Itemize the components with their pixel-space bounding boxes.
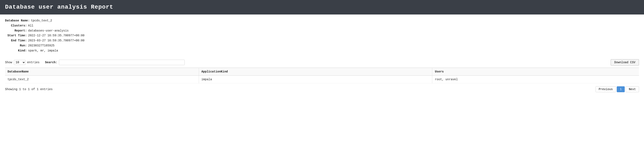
table-head: DatabaseName ApplicationKind Users: [5, 68, 639, 75]
controls-row: Show 102550100 entries Search: Download …: [0, 55, 644, 68]
page-header: Database user analysis Report: [0, 0, 644, 15]
table-wrapper: DatabaseName ApplicationKind Users tpcds…: [0, 68, 644, 83]
footer-row: Showing 1 to 1 of 1 entries Previous 1 N…: [0, 83, 644, 94]
pagination: Previous 1 Next: [596, 86, 639, 92]
col-header-applicationkind: ApplicationKind: [199, 68, 432, 75]
meta-clusters-value: All: [28, 23, 33, 28]
table-body: tpcds_text_2impalaroot, unravel: [5, 75, 639, 83]
table-row: tpcds_text_2impalaroot, unravel: [5, 75, 639, 83]
meta-clusters: Clusters: All: [5, 23, 639, 28]
meta-kind-value: spark, mr, impala: [28, 48, 58, 53]
meta-run: Run: 20230327T165925: [5, 43, 639, 48]
page-1-button[interactable]: 1: [617, 86, 625, 92]
meta-kind-label: Kind:: [5, 48, 28, 53]
controls-left: Show 102550100 entries Search:: [5, 60, 185, 65]
meta-clusters-label: Clusters:: [5, 23, 28, 28]
search-input[interactable]: [59, 60, 185, 65]
col-header-users: Users: [432, 68, 639, 75]
meta-kind: Kind: spark, mr, impala: [5, 48, 639, 53]
meta-run-value: 20230327T165925: [28, 43, 54, 48]
entries-select[interactable]: 102550100: [14, 60, 26, 65]
meta-end-time-value: 2023-03-27 16:59:35.700977+00:00: [28, 38, 84, 43]
page-title: Database user analysis Report: [5, 4, 639, 10]
meta-report-value: databases-user-analysis: [28, 28, 68, 33]
table-cell-applicationkind: impala: [199, 75, 432, 83]
entries-label: entries: [27, 61, 40, 64]
table-cell-databasename: tpcds_text_2: [5, 75, 199, 83]
table-cell-users: root, unravel: [432, 75, 639, 83]
table-header-row: DatabaseName ApplicationKind Users: [5, 68, 639, 75]
meta-database-name-value: tpcds_text_2: [31, 18, 52, 23]
meta-start-time: Start Time: 2022-12-27 16:59:35.700977+0…: [5, 33, 639, 38]
meta-end-time: End Time: 2023-03-27 16:59:35.700977+00:…: [5, 38, 639, 43]
meta-end-time-label: End Time:: [5, 38, 28, 43]
download-csv-button[interactable]: Download CSV: [611, 59, 639, 66]
show-label: Show: [5, 61, 12, 64]
col-header-databasename: DatabaseName: [5, 68, 199, 75]
controls-right: Download CSV: [611, 59, 639, 66]
meta-start-time-label: Start Time:: [5, 33, 28, 38]
data-table: DatabaseName ApplicationKind Users tpcds…: [5, 68, 639, 83]
previous-button[interactable]: Previous: [596, 86, 616, 92]
meta-section: Database Name: tpcds_text_2 Clusters: Al…: [0, 15, 644, 55]
next-button[interactable]: Next: [626, 86, 639, 92]
meta-database-name-label: Database Name:: [5, 18, 31, 23]
meta-report-label: Report:: [5, 28, 28, 33]
showing-text: Showing 1 to 1 of 1 entries: [5, 88, 52, 91]
meta-database-name: Database Name: tpcds_text_2: [5, 18, 639, 23]
meta-run-label: Run:: [5, 43, 28, 48]
meta-start-time-value: 2022-12-27 16:59:35.700977+00:00: [28, 33, 84, 38]
meta-report: Report: databases-user-analysis: [5, 28, 639, 33]
search-label: Search:: [45, 61, 57, 64]
